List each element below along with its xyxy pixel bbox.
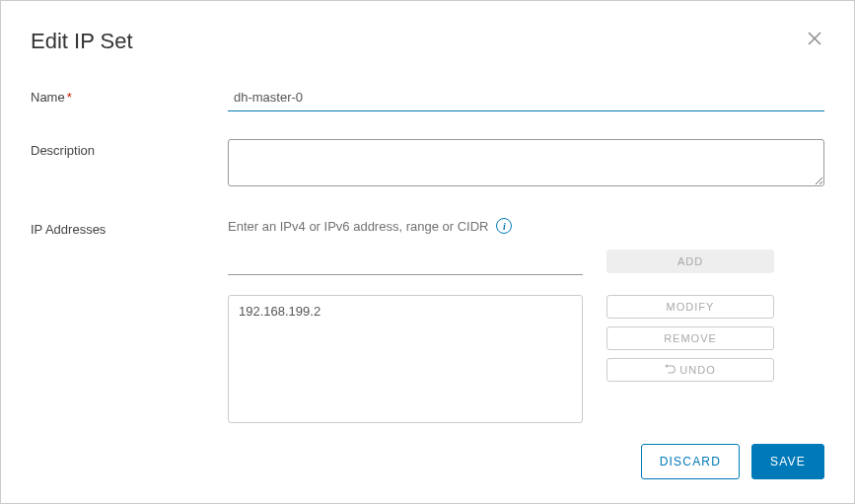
name-label: Name* <box>31 86 228 111</box>
add-button-col: ADD <box>606 250 774 273</box>
info-icon[interactable]: i <box>496 218 512 234</box>
description-row: Description <box>31 139 824 190</box>
ip-addresses-content: Enter an IPv4 or IPv6 address, range or … <box>228 218 824 423</box>
dialog-footer: DISCARD SAVE <box>31 428 824 479</box>
ip-list-item[interactable]: 192.168.199.2 <box>239 304 572 319</box>
description-label: Description <box>31 139 228 190</box>
close-button[interactable] <box>805 29 824 50</box>
name-input[interactable] <box>228 86 824 111</box>
save-button[interactable]: SAVE <box>751 444 824 479</box>
edit-ip-set-dialog: Edit IP Set Name* Description IP Address… <box>0 0 855 504</box>
dialog-title: Edit IP Set <box>31 29 133 54</box>
ip-addresses-label: IP Addresses <box>31 218 228 423</box>
ip-hint-text: Enter an IPv4 or IPv6 address, range or … <box>228 219 488 234</box>
name-input-col <box>228 86 824 111</box>
undo-label: UNDO <box>679 364 715 376</box>
ip-address-input[interactable] <box>228 250 583 275</box>
remove-button[interactable]: REMOVE <box>606 326 774 350</box>
name-row: Name* <box>31 86 824 111</box>
undo-icon <box>665 364 676 377</box>
description-input-col <box>228 139 824 190</box>
name-label-text: Name <box>31 90 65 105</box>
modify-button[interactable]: MODIFY <box>606 295 774 319</box>
close-icon <box>807 35 822 49</box>
ip-addresses-section: IP Addresses Enter an IPv4 or IPv6 addre… <box>31 218 824 423</box>
required-asterisk: * <box>67 90 72 105</box>
ip-input-row: ADD <box>228 250 824 275</box>
add-button[interactable]: ADD <box>606 250 774 273</box>
ip-hint: Enter an IPv4 or IPv6 address, range or … <box>228 218 824 234</box>
ip-address-list[interactable]: 192.168.199.2 <box>228 295 583 423</box>
discard-button[interactable]: DISCARD <box>641 444 740 479</box>
undo-button[interactable]: UNDO <box>606 358 774 382</box>
ip-list-row: 192.168.199.2 MODIFY REMOVE UNDO <box>228 295 824 423</box>
dialog-header: Edit IP Set <box>31 29 824 54</box>
list-actions-col: MODIFY REMOVE UNDO <box>606 295 774 382</box>
description-textarea[interactable] <box>228 139 824 186</box>
